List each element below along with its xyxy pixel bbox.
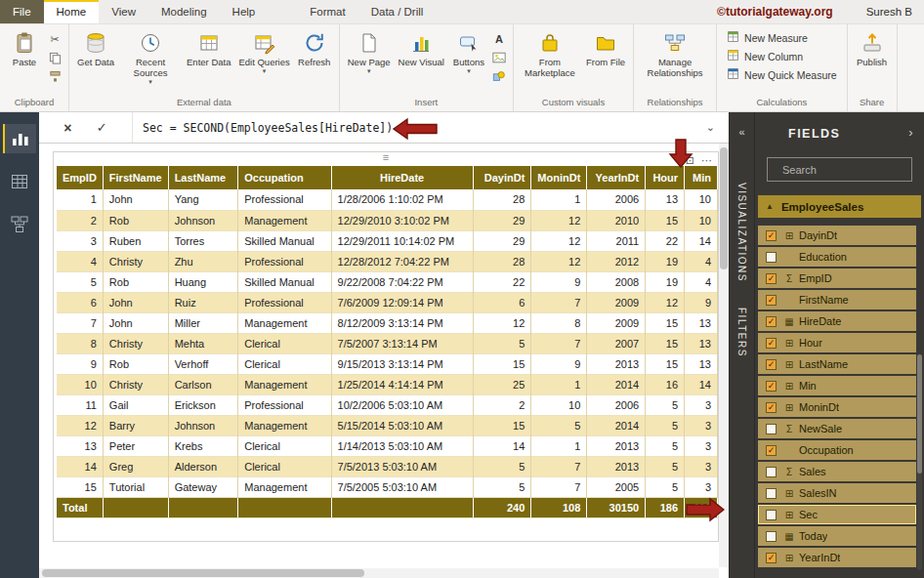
- field-item-salesin[interactable]: ⊞SalesIN: [758, 483, 916, 503]
- from-marketplace-button[interactable]: From Marketplace: [519, 28, 581, 79]
- field-item-occupation[interactable]: ✓Occupation: [758, 440, 916, 460]
- scrollbar-thumb[interactable]: [42, 569, 364, 577]
- fields-scrollbar[interactable]: [917, 354, 922, 570]
- canvas-horizontal-scrollbar[interactable]: [39, 568, 719, 578]
- field-checkbox-occupation[interactable]: ✓: [766, 445, 777, 456]
- paste-button[interactable]: Paste: [5, 28, 44, 68]
- fields-search-box[interactable]: [767, 157, 912, 182]
- refresh-button[interactable]: Refresh: [295, 28, 334, 68]
- field-item-sales[interactable]: ΣSales: [758, 462, 916, 481]
- field-checkbox-today[interactable]: [766, 531, 777, 542]
- dropdown-caret: ▾: [148, 79, 152, 85]
- collapse-fields-icon[interactable]: ›: [908, 125, 914, 140]
- field-checkbox-min[interactable]: ✓: [766, 381, 777, 392]
- column-header-lastname[interactable]: LastName: [168, 166, 238, 189]
- expand-panels-icon[interactable]: «: [738, 126, 744, 138]
- format-painter-button[interactable]: [46, 68, 63, 84]
- field-checkbox-empid[interactable]: ✓: [766, 273, 777, 284]
- cut-button[interactable]: ✂: [46, 31, 63, 47]
- expand-formula-icon[interactable]: ⌄: [706, 121, 715, 134]
- column-header-occupation[interactable]: Occupation: [238, 166, 331, 189]
- edit-queries-button[interactable]: Edit Queries ▾: [235, 28, 292, 74]
- field-item-newsale[interactable]: ΣNewSale: [758, 419, 916, 438]
- field-item-empid[interactable]: ✓ΣEmpID: [758, 268, 916, 288]
- column-header-firstname[interactable]: FirstName: [103, 166, 168, 189]
- column-header-hiredate[interactable]: HireDate: [331, 166, 473, 189]
- column-header-monindt[interactable]: MoninDt: [531, 166, 587, 189]
- new-column-button[interactable]: New Column: [727, 49, 803, 63]
- tab-home[interactable]: Home: [44, 0, 100, 23]
- enter-data-button[interactable]: Enter Data: [184, 28, 233, 68]
- recent-sources-button[interactable]: Recent Sources ▾: [119, 28, 182, 85]
- field-checkbox-sec[interactable]: [766, 510, 777, 520]
- table-node-employeesales[interactable]: ▲ EmployeeSales: [758, 195, 921, 218]
- field-checkbox-education[interactable]: [766, 252, 777, 263]
- scrollbar-thumb[interactable]: [720, 147, 728, 269]
- cell-occupation: Clerical: [238, 435, 331, 456]
- column-header-yearindt[interactable]: YearInDt: [587, 166, 646, 189]
- field-checkbox-dayindt[interactable]: ✓: [766, 230, 777, 241]
- image-button[interactable]: [490, 50, 508, 65]
- field-checkbox-monindt[interactable]: ✓: [766, 402, 777, 413]
- field-item-today[interactable]: ▦Today: [758, 526, 916, 546]
- field-item-sec[interactable]: ⊞Sec: [758, 505, 916, 524]
- field-item-dayindt[interactable]: ✓⊞DayinDt: [758, 226, 916, 245]
- column-header-hour[interactable]: Hour: [646, 166, 685, 189]
- report-view-button[interactable]: [3, 124, 36, 153]
- model-view-button[interactable]: [3, 210, 36, 239]
- get-data-button[interactable]: Get Data: [74, 28, 117, 68]
- cancel-formula-icon[interactable]: ×: [63, 120, 71, 136]
- tab-filters[interactable]: FILTERS: [736, 308, 747, 357]
- field-checkbox-hiredate[interactable]: ✓: [766, 316, 777, 327]
- field-item-yearindt[interactable]: ✓⊞YearInDt: [758, 548, 916, 567]
- collapse-triangle-icon[interactable]: ▲: [766, 202, 774, 211]
- table-visual[interactable]: ≡ ⊡ ⋯ EmpIDFirstNameLastNameOccupationHi…: [53, 151, 719, 542]
- copy-button[interactable]: [46, 50, 63, 65]
- tab-format[interactable]: Format: [297, 0, 357, 23]
- new-measure-button[interactable]: New Measure: [727, 30, 808, 45]
- new-quick-measure-button[interactable]: New Quick Measure: [727, 67, 837, 82]
- field-checkbox-newsale[interactable]: [766, 424, 777, 434]
- field-checkbox-yearindt[interactable]: ✓: [766, 553, 777, 563]
- more-options-icon[interactable]: ⋯: [701, 154, 712, 167]
- field-checkbox-salesin[interactable]: [766, 488, 777, 499]
- publish-button[interactable]: Publish: [853, 28, 892, 68]
- field-item-hiredate[interactable]: ✓▦HireDate: [758, 311, 916, 331]
- manage-relationships-button[interactable]: Manage Relationships: [639, 28, 711, 79]
- column-header-dayindt[interactable]: DayinDt: [473, 166, 531, 189]
- field-checkbox-hour[interactable]: ✓: [766, 338, 777, 349]
- field-item-lastname[interactable]: ✓⊞LastName: [758, 354, 916, 374]
- field-checkbox-lastname[interactable]: ✓: [766, 359, 777, 370]
- new-page-button[interactable]: New Page ▾: [345, 28, 394, 74]
- cell-lastname: Verhoff: [168, 353, 238, 374]
- scrollbar-thumb[interactable]: [917, 354, 922, 474]
- tab-modeling[interactable]: Modeling: [148, 0, 220, 23]
- field-checkbox-firstname[interactable]: ✓: [766, 295, 777, 306]
- tab-file[interactable]: File: [0, 0, 44, 23]
- tab-help[interactable]: Help: [220, 0, 269, 23]
- from-file-button[interactable]: From File: [583, 28, 628, 68]
- field-item-firstname[interactable]: ✓FirstName: [758, 290, 916, 310]
- text-box-button[interactable]: A: [490, 31, 508, 47]
- field-name: FirstName: [799, 294, 849, 306]
- drag-grip-icon[interactable]: ≡: [383, 152, 389, 162]
- tab-view[interactable]: View: [99, 0, 148, 23]
- new-visual-button[interactable]: New Visual: [396, 28, 447, 68]
- column-header-empid[interactable]: EmpID: [57, 166, 103, 189]
- tab-data-drill[interactable]: Data / Drill: [358, 0, 437, 23]
- column-header-min[interactable]: Min: [685, 166, 718, 189]
- search-input[interactable]: [780, 163, 923, 177]
- field-item-min[interactable]: ✓⊞Min: [758, 376, 916, 395]
- report-canvas[interactable]: ≡ ⊡ ⋯ EmpIDFirstNameLastNameOccupationHi…: [39, 144, 729, 578]
- data-view-button[interactable]: [3, 167, 36, 196]
- formula-input[interactable]: Sec = SECOND(EmployeeSales[HireDate]): [143, 121, 393, 135]
- field-item-education[interactable]: Education: [758, 247, 916, 267]
- field-checkbox-sales[interactable]: [766, 467, 777, 477]
- shapes-button[interactable]: [490, 68, 508, 84]
- field-item-monindt[interactable]: ✓⊞MoninDt: [758, 397, 916, 417]
- buttons-button[interactable]: Buttons ▾: [449, 28, 488, 74]
- field-item-hour[interactable]: ✓⊞Hour: [758, 333, 916, 352]
- tab-visualizations[interactable]: VISUALIZATIONS: [736, 183, 747, 282]
- cell-yearindt: 2007: [587, 333, 646, 353]
- commit-formula-icon[interactable]: ✓: [97, 120, 107, 135]
